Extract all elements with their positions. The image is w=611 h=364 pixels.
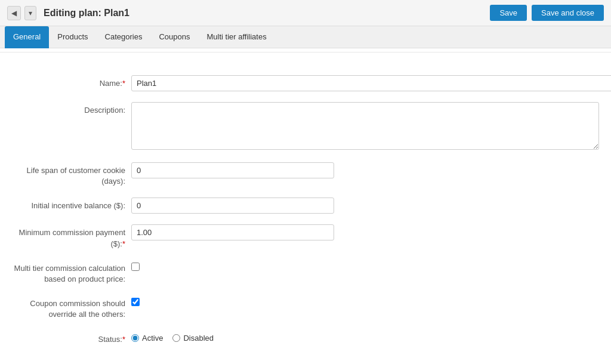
description-row: Description:	[0, 102, 611, 152]
multi-tier-row: Multi tier commission calculation based …	[0, 260, 611, 285]
coupon-control	[131, 295, 599, 308]
min-commission-control	[131, 224, 599, 240]
name-row: Name:*	[0, 75, 611, 91]
tab-bar: General Products Categories Coupons Mult…	[0, 26, 611, 48]
tab-multi-tier-affiliates[interactable]: Multi tier affiliates	[198, 26, 274, 48]
min-commission-input[interactable]	[131, 224, 334, 240]
description-textarea[interactable]	[131, 102, 599, 150]
save-button[interactable]: Save	[490, 5, 527, 21]
status-active-label: Active	[142, 334, 163, 343]
lifespan-row: Life span of customer cookie (days):	[0, 162, 611, 187]
status-disabled-label: Disabled	[183, 334, 214, 343]
incentive-input[interactable]	[131, 198, 334, 214]
coupon-row: Coupon commission should override all th…	[0, 295, 611, 320]
dropdown-nav-button[interactable]: ▾	[24, 6, 36, 20]
lifespan-control	[131, 162, 599, 178]
back-icon: ◀	[11, 9, 17, 17]
multi-tier-control	[131, 260, 599, 273]
tab-coupons[interactable]: Coupons	[150, 26, 198, 48]
header-bar: ◀ ▾ Editing plan: Plan1 Save Save and cl…	[0, 0, 611, 26]
tab-products[interactable]: Products	[49, 26, 96, 48]
form-content: Name:* Description: Life span of custome…	[0, 63, 611, 364]
description-label: Description:	[12, 102, 131, 116]
lifespan-label: Life span of customer cookie (days):	[12, 162, 131, 187]
lifespan-input[interactable]	[131, 162, 334, 178]
incentive-label: Initial incentive balance ($):	[12, 198, 131, 211]
name-control	[131, 75, 611, 91]
name-label: Name:*	[12, 75, 131, 89]
coupon-label: Coupon commission should override all th…	[12, 295, 131, 320]
incentive-control	[131, 198, 599, 214]
tab-categories[interactable]: Categories	[97, 26, 151, 48]
multi-tier-label: Multi tier commission calculation based …	[12, 260, 131, 285]
min-commission-label: Minimum commission payment ($):*	[12, 224, 131, 249]
header-left: ◀ ▾ Editing plan: Plan1	[7, 6, 129, 20]
name-input[interactable]	[131, 75, 611, 91]
tab-general[interactable]: General	[5, 26, 49, 48]
save-close-button[interactable]: Save and close	[532, 5, 604, 21]
dropdown-icon: ▾	[29, 9, 32, 17]
status-options: Active Disabled	[131, 334, 599, 343]
page-title: Editing plan: Plan1	[44, 8, 129, 18]
header-actions: Save Save and close	[490, 5, 604, 21]
back-button[interactable]: ◀	[7, 6, 21, 20]
description-control	[131, 102, 599, 152]
incentive-row: Initial incentive balance ($):	[0, 198, 611, 214]
status-active-option[interactable]: Active	[131, 334, 163, 343]
status-active-radio[interactable]	[131, 334, 139, 342]
status-disabled-option[interactable]: Disabled	[172, 334, 214, 343]
status-control: Active Disabled	[131, 331, 599, 343]
status-row: Status:* Active Disabled	[0, 331, 611, 345]
min-commission-row: Minimum commission payment ($):*	[0, 224, 611, 249]
coupon-checkbox[interactable]	[131, 298, 140, 306]
status-label: Status:*	[12, 331, 131, 345]
multi-tier-checkbox[interactable]	[131, 263, 140, 271]
status-disabled-radio[interactable]	[172, 334, 180, 342]
